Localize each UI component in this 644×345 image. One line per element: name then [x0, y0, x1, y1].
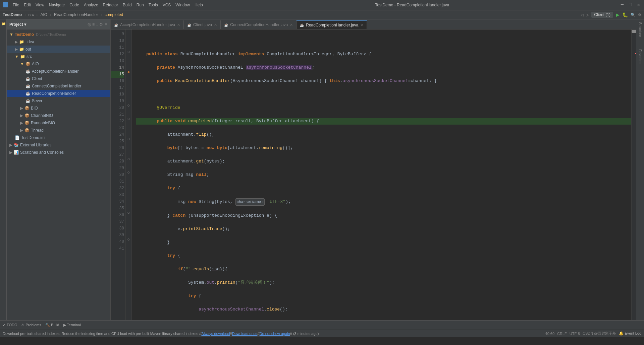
menu-tools[interactable]: Tools — [147, 2, 160, 8]
settings-project-button[interactable]: ⚙ — [99, 22, 103, 27]
tree-thread[interactable]: ▶ 📦 Thread — [7, 127, 110, 134]
tree-src[interactable]: ▼ 📁 src — [7, 53, 110, 60]
channelnio-package-icon: 📦 — [24, 113, 30, 118]
code-line-25: try { — [136, 253, 180, 258]
charset-label[interactable]: UTF-8 — [570, 332, 580, 336]
tab-accept-icon: ☕ — [114, 23, 118, 27]
menu-run[interactable]: Run — [135, 2, 146, 8]
code-line-27: System.out.println("客户端关闭！"); — [136, 280, 275, 285]
code-content[interactable]: public class ReadCompletionHandler imple… — [132, 29, 631, 320]
code-line-19: String msg=null; — [136, 172, 209, 177]
left-toolbar: 📁 — [0, 19, 7, 320]
download-once-link[interactable]: Download once — [232, 332, 258, 336]
todo-button[interactable]: ✓ TODO — [3, 323, 17, 327]
menu-analyze[interactable]: Analyze — [82, 2, 100, 8]
src-folder-icon: 📁 — [20, 54, 25, 59]
tree-bio[interactable]: ▶ 📦 BIO — [7, 105, 110, 112]
tree-root[interactable]: ▼ TestDemo D:\ideal\TestDemo — [7, 31, 110, 38]
vcs-back-button[interactable]: ◁ — [581, 13, 583, 17]
tree-aio[interactable]: ▼ 📦 AIO — [7, 60, 110, 68]
code-line-28: try { — [136, 293, 201, 298]
code-editor[interactable]: 9 10 11 12 13 14 15 16 17 18 19 20 21 22… — [111, 29, 636, 320]
scratches-label: Scratches and Consoles — [20, 150, 64, 155]
tree-out[interactable]: ▶ 📁 out — [7, 46, 110, 53]
tab-read-close[interactable]: ✕ — [360, 23, 363, 27]
editor-tabs: ☕ AcceptCompletionHandler.java ✕ ☕ Clien… — [111, 19, 636, 29]
tab-client-close[interactable]: ✕ — [214, 23, 217, 27]
menu-window[interactable]: Window — [173, 2, 192, 8]
tree-accept[interactable]: ☕ AcceptCompletionHandler — [7, 68, 110, 75]
minimize-button[interactable]: ─ — [620, 2, 625, 8]
tree-iml[interactable]: 📄 TestDemo.iml — [7, 134, 110, 141]
tree-client[interactable]: ☕ Client — [7, 75, 110, 82]
tree-channelnio[interactable]: ▶ 📦 ChannelNIO — [7, 112, 110, 119]
build-button[interactable]: 🔨 Build — [45, 323, 59, 327]
favorites-button[interactable]: Favorites — [638, 49, 642, 64]
collapse-button[interactable]: ≡ — [92, 22, 95, 27]
menu-edit[interactable]: Edit — [22, 2, 33, 8]
do-not-show-link[interactable]: Do not show again — [260, 332, 290, 336]
code-gutter: ○ ● ○ ○ ○ ○ ○ — [126, 29, 132, 320]
crlf-label[interactable]: CRLF — [557, 332, 567, 336]
settings-button[interactable]: ⚙ — [638, 13, 641, 17]
scroll-thumb[interactable] — [632, 30, 636, 33]
tab-client[interactable]: ☕ Client.java ✕ — [184, 20, 221, 29]
bio-package-icon: 📦 — [24, 106, 30, 111]
idea-label: .idea — [25, 40, 34, 44]
always-download-link[interactable]: Always download — [202, 332, 230, 336]
channelnio-label: ChannelNIO — [31, 113, 53, 118]
menu-navigate[interactable]: Navigate — [47, 2, 67, 8]
connect-java-icon: ☕ — [25, 84, 31, 88]
extlibs-icon: 📚 — [14, 143, 19, 147]
run-button[interactable]: ▶ — [616, 12, 620, 17]
tree-connect[interactable]: ☕ ConnectCompletionHandler — [7, 82, 110, 90]
menu-help[interactable]: Help — [193, 2, 205, 8]
menu-vcs[interactable]: VCS — [161, 2, 173, 8]
notification-bar: Download pre-built shared indexes: Reduc… — [0, 330, 644, 337]
thread-package-icon: 📦 — [24, 128, 30, 133]
menu-code[interactable]: Code — [67, 2, 81, 8]
menu-view[interactable]: View — [34, 2, 46, 8]
locate-button[interactable]: ◎ — [88, 22, 91, 27]
sort-button[interactable]: ↕ — [96, 22, 98, 27]
tab-connect[interactable]: ☕ ConnectCompletionHandler.java ✕ — [221, 20, 297, 29]
tab-accept[interactable]: ☕ AcceptCompletionHandler.java ✕ — [111, 20, 184, 29]
sever-label: Sever — [32, 98, 42, 103]
debug-button[interactable]: 🐛 — [622, 12, 628, 17]
close-project-button[interactable]: ✕ — [104, 22, 108, 27]
vcs-forward-button[interactable]: ▷ — [586, 13, 589, 17]
breadcrumb-method[interactable]: completed — [105, 12, 123, 17]
tree-sever[interactable]: ☕ Sever — [7, 97, 110, 105]
tab-accept-close[interactable]: ✕ — [177, 23, 180, 27]
scrollbar-area[interactable] — [631, 29, 636, 320]
project-tool-button[interactable]: 📁 — [1, 21, 5, 25]
close-button[interactable]: ✕ — [636, 2, 641, 8]
terminal-button[interactable]: ▶ Terminal — [63, 323, 81, 327]
code-line-22: } catch (UnsupportedEncodingException e)… — [136, 213, 277, 218]
menu-build[interactable]: Build — [121, 2, 134, 8]
search-button[interactable]: 🔍 — [631, 13, 635, 17]
breadcrumb-aio[interactable]: AIO — [40, 12, 47, 17]
tree-runnablebio[interactable]: ▶ 📦 RunnableBIO — [7, 119, 110, 127]
project-title: Project ▾ — [9, 22, 26, 27]
window-title: TestDemo - ReadCompletionHandler.java — [205, 3, 620, 7]
thread-label: Thread — [31, 128, 44, 133]
run-config-label[interactable]: Client (1) — [591, 12, 613, 18]
tree-read[interactable]: ☕ ReadCompletionHandler — [7, 90, 110, 97]
tree-idea[interactable]: ▶ 📁 .idea — [7, 38, 110, 46]
tree-extlibs[interactable]: ▶ 📚 External Libraries — [7, 141, 110, 149]
code-line-14: @Override — [136, 105, 180, 110]
structure-button[interactable]: Structure — [638, 22, 642, 37]
maximize-button[interactable]: □ — [628, 2, 633, 8]
problems-button[interactable]: ⚠ Problems — [21, 323, 41, 327]
tab-connect-close[interactable]: ✕ — [290, 23, 293, 27]
menu-refactor[interactable]: Refactor — [101, 2, 120, 8]
breadcrumb-src[interactable]: src — [29, 12, 34, 17]
tree-scratches[interactable]: ▶ 📊 Scratches and Consoles — [7, 149, 110, 156]
event-log-button[interactable]: 🔔 Event Log — [619, 331, 641, 336]
main-layout: 📁 Project ▾ ◎ ≡ ↕ ⚙ ✕ ▼ TestDemo D:\idea… — [0, 19, 644, 320]
menu-file[interactable]: File — [11, 2, 21, 8]
breadcrumb-class[interactable]: ReadCompletionHandler — [54, 12, 98, 17]
folder-icon: ▼ — [9, 32, 13, 37]
tab-read[interactable]: ☕ ReadCompletionHandler.java ✕ — [297, 20, 367, 29]
